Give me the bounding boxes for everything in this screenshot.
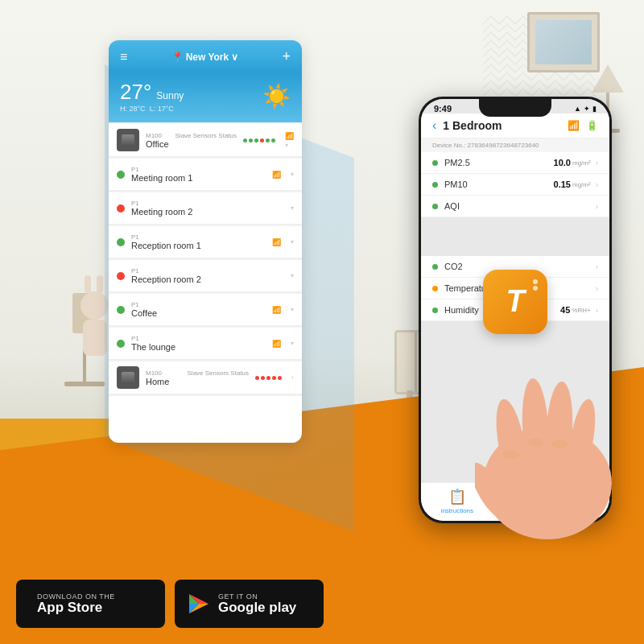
sensor-dot-aqi bbox=[432, 204, 438, 209]
home-dot2 bbox=[261, 376, 265, 380]
sensor-arrow-humidity: › bbox=[596, 306, 598, 315]
device-dot-meeting1 bbox=[117, 171, 125, 179]
hand-holding-phone bbox=[475, 362, 620, 539]
pin-icon: 📍 bbox=[171, 52, 184, 63]
google-play-icon bbox=[188, 592, 210, 615]
device-dot-lounge bbox=[117, 340, 125, 348]
t-logo-letter: T bbox=[506, 284, 524, 319]
room-title: 1 Bedroom bbox=[443, 119, 561, 132]
device-name-home: Home bbox=[146, 377, 249, 386]
device-name-reception1: Reception room 1 bbox=[131, 241, 266, 250]
dot4 bbox=[260, 138, 264, 142]
device-info-office: M100 Slave Sensors Status Office bbox=[146, 132, 237, 149]
sensor-dot-co2 bbox=[432, 264, 438, 270]
sensor-arrow-pm10: › bbox=[596, 180, 598, 189]
sensor-unit-pm10: mg/m² bbox=[572, 181, 591, 188]
device-item-coffee: P1 Coffee 📶 ▾ bbox=[109, 294, 302, 326]
bunny-toy bbox=[80, 291, 109, 356]
sensor-arrow-temp: › bbox=[596, 284, 598, 293]
sensor-unit-humidity: %RH+ bbox=[572, 307, 590, 314]
nav-instructions[interactable]: 📋 instructions bbox=[441, 488, 473, 514]
sensor-value-pm25: 10.0 bbox=[554, 158, 571, 167]
svg-point-8 bbox=[527, 439, 543, 447]
header-action-icons: 📶 🔋 bbox=[568, 120, 598, 131]
app-store-badge[interactable]: Download on the App Store bbox=[16, 580, 165, 628]
status-dots-office bbox=[243, 138, 275, 142]
device-name-office: Office bbox=[146, 139, 237, 149]
home-dot1 bbox=[255, 376, 259, 380]
wifi-status-icon: ✦ bbox=[584, 105, 590, 113]
sensor-unit-pm25: mg/m² bbox=[572, 159, 591, 167]
battery-status-icon: ▮ bbox=[592, 105, 597, 113]
wifi-header-icon: 📶 bbox=[568, 120, 580, 131]
devices-list: M100 Slave Sensors Status Office 📶 ▾ bbox=[109, 122, 302, 396]
wifi-icon-coffee: 📶 bbox=[272, 306, 281, 314]
device-info-home: M100 Slave Sensors Status Home bbox=[146, 369, 249, 386]
sensor-arrow-co2: › bbox=[596, 262, 598, 271]
device-name-coffee: Coffee bbox=[131, 308, 266, 318]
dot2 bbox=[249, 138, 253, 142]
device-item-reception2: P1 Reception room 2 ▾ bbox=[109, 260, 302, 292]
status-icons: ▲ ✦ ▮ bbox=[574, 105, 597, 113]
home-dot5 bbox=[278, 376, 282, 380]
battery-header-icon: 🔋 bbox=[586, 120, 598, 131]
google-play-svg bbox=[188, 592, 210, 615]
sensor-label-pm25: PM2.5 bbox=[444, 158, 554, 167]
dot1 bbox=[243, 138, 247, 142]
device-name-lounge: The lounge bbox=[131, 342, 266, 352]
menu-icon: ≡ bbox=[120, 50, 127, 64]
t-app-logo: T bbox=[483, 270, 547, 334]
sensor-arrow-aqi: › bbox=[596, 202, 598, 211]
status-time: 9:49 bbox=[434, 104, 452, 114]
weather-info: 27° Sunny H: 28°C L: 17°C bbox=[120, 80, 184, 113]
sensor-value-humidity: 45 bbox=[560, 305, 570, 315]
add-icon: + bbox=[282, 48, 291, 65]
back-button[interactable]: ‹ bbox=[432, 118, 436, 133]
picture-frame bbox=[527, 12, 600, 72]
device-number-section: Device No.: 27836498723648723640 bbox=[421, 138, 609, 152]
device-dot-reception2 bbox=[117, 272, 125, 280]
sensor-row-aqi: AQI › bbox=[421, 196, 609, 217]
weather-sun-icon: ☀️ bbox=[262, 83, 291, 109]
app-store-text: Download on the App Store bbox=[37, 592, 115, 616]
device-item-lounge: P1 The lounge 📶 ▾ bbox=[109, 328, 302, 360]
weather-section: 27° Sunny H: 28°C L: 17°C ☀️ bbox=[109, 73, 302, 122]
sensor-row-pm10: PM10 0.15 mg/m² › bbox=[421, 174, 609, 196]
device-dot-meeting2 bbox=[117, 204, 125, 213]
instructions-icon: 📋 bbox=[448, 488, 466, 506]
sensor-dot-pm25 bbox=[432, 160, 438, 166]
temperature: 27° bbox=[120, 80, 151, 105]
sensor-dot-temp bbox=[432, 286, 438, 291]
dot5 bbox=[266, 138, 270, 142]
t-logo-decorations bbox=[533, 279, 538, 291]
google-play-title: Google play bbox=[218, 601, 296, 616]
location-label: 📍 New York ∨ bbox=[171, 52, 239, 63]
device-item-office: M100 Slave Sensors Status Office 📶 ▾ bbox=[109, 124, 302, 157]
t-dot-1 bbox=[533, 279, 538, 284]
sensor-label-aqi: AQI bbox=[444, 201, 518, 211]
store-badges-section: Download on the App Store GET IT ON Goog… bbox=[16, 580, 324, 628]
status-dots-home bbox=[255, 376, 282, 380]
device-icon-office bbox=[117, 129, 139, 151]
forward-icon-home: › bbox=[291, 374, 294, 382]
wifi-icon-reception1: 📶 bbox=[272, 238, 281, 246]
device-item-home: M100 Slave Sensors Status Home › bbox=[109, 361, 302, 394]
phone-app-header: ‹ 1 Bedroom 📶 🔋 bbox=[421, 114, 609, 138]
device-dot-reception1 bbox=[117, 238, 125, 246]
device-name-meeting2: Meeting room 2 bbox=[131, 207, 284, 217]
phone-notch bbox=[479, 99, 551, 117]
device-icon-home bbox=[117, 366, 139, 389]
device-item-reception1: P1 Reception room 1 📶 ▾ bbox=[109, 226, 302, 258]
sensor-arrow-pm25: › bbox=[596, 159, 598, 167]
google-play-text: GET IT ON Google play bbox=[218, 592, 296, 616]
wifi-icon-office: 📶 bbox=[285, 132, 294, 140]
left-phone-mockup: ≡ 📍 New York ∨ + 27° Sunny H: 28°C L: 17… bbox=[109, 40, 302, 443]
google-play-badge[interactable]: GET IT ON Google play bbox=[175, 580, 324, 628]
hand-svg bbox=[475, 362, 620, 539]
sensor-value-pm10: 0.15 bbox=[554, 180, 571, 189]
sensor-row-pm25: PM2.5 10.0 mg/m² › bbox=[421, 152, 609, 174]
t-dot-2 bbox=[533, 286, 538, 291]
left-phone-header: ≡ 📍 New York ∨ + bbox=[109, 40, 302, 73]
instructions-label: instructions bbox=[441, 507, 473, 514]
wifi-icon-meeting1: 📶 bbox=[272, 171, 281, 179]
